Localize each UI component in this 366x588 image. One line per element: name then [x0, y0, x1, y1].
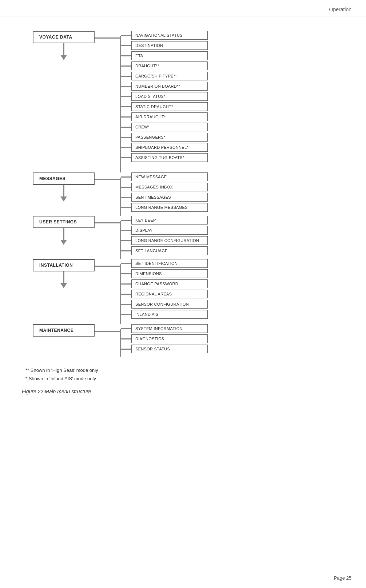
- sub-item-row: DESTINATION: [121, 41, 208, 50]
- sub-item-row: STATIC DRAUGHT*: [121, 102, 208, 111]
- sub-item-row: SENT MESSAGES: [121, 193, 208, 202]
- sub-item-row: KEY BEEP: [121, 216, 208, 225]
- footnote-2: * Shown in ‘Inland AIS’ mode only: [25, 376, 344, 381]
- sub-box-voyage-data-3: DRAUGHT**: [131, 61, 208, 70]
- section-user-settings: USER SETTINGSKEY BEEPDISPLAYLONG RANGE C…: [33, 216, 344, 259]
- footnote-1: ** Shown in ‘High Seas’ mode only: [25, 368, 344, 373]
- sub-item-row: NEW MESSAGE: [121, 172, 208, 181]
- sub-box-user-settings-1: DISPLAY: [131, 226, 208, 235]
- sub-box-installation-2: CHANGE PASSWORD: [131, 279, 208, 288]
- sub-box-installation-4: SENSOR CONFIGURATION: [131, 300, 208, 309]
- sub-box-voyage-data-11: SHIPBOARD PERSONNEL*: [131, 143, 208, 152]
- sub-item-row: SHIPBOARD PERSONNEL*: [121, 143, 208, 152]
- section-messages: MESSAGESNEW MESSAGEMESSAGES INBOXSENT ME…: [33, 172, 344, 216]
- sub-item-row: SENSOR STATUS: [121, 345, 208, 353]
- figure-caption: Figure 22 Main menu structure: [22, 389, 344, 394]
- sub-box-messages-2: SENT MESSAGES: [131, 193, 208, 202]
- sub-box-messages-1: MESSAGES INBOX: [131, 183, 208, 191]
- page-number: Page 25: [334, 575, 351, 581]
- sub-item-row: LOAD STATUS*: [121, 92, 208, 101]
- sub-box-voyage-data-0: NAVIGATIONAL STATUS: [131, 31, 208, 40]
- sub-item-row: DISPLAY: [121, 226, 208, 235]
- sub-box-user-settings-2: LONG RANGE CONFIGURATION: [131, 236, 208, 245]
- page-footer: Page 25: [334, 575, 351, 581]
- sub-box-voyage-data-5: NUMBER ON BOARD**: [131, 82, 208, 91]
- sub-box-maintenance-1: DIAGNOSTICS: [131, 334, 208, 343]
- sub-box-user-settings-0: KEY BEEP: [131, 216, 208, 225]
- sub-box-messages-0: NEW MESSAGE: [131, 172, 208, 181]
- sub-item-row: SET LANGUAGE: [121, 246, 208, 255]
- sub-item-row: SET IDENTIFICATION: [121, 259, 208, 268]
- section-maintenance: MAINTENANCESYSTEM INFORMATIONDIAGNOSTICS…: [33, 324, 344, 357]
- main-box-messages: MESSAGES: [33, 172, 95, 185]
- main-box-user-settings: USER SETTINGS: [33, 216, 95, 228]
- sub-box-voyage-data-12: ASSISTING TUG BOATS*: [131, 153, 208, 162]
- sub-box-voyage-data-10: PASSENGERS*: [131, 133, 208, 142]
- sub-box-voyage-data-8: AIR DRAUGHT*: [131, 112, 208, 121]
- sub-item-row: AIR DRAUGHT*: [121, 112, 208, 121]
- sub-box-installation-1: DIMENSIONS: [131, 269, 208, 278]
- sub-box-installation-3: REGIONAL AREAS: [131, 290, 208, 298]
- sub-item-row: SENSOR CONFIGURATION: [121, 300, 208, 309]
- sub-item-row: SYSTEM INFORMATION: [121, 324, 208, 333]
- sub-item-row: CREW*: [121, 123, 208, 131]
- sub-item-row: ASSISTING TUG BOATS*: [121, 153, 208, 162]
- sub-item-row: CARGO/SHIP TYPE**: [121, 72, 208, 80]
- sub-box-maintenance-0: SYSTEM INFORMATION: [131, 324, 208, 333]
- sub-item-row: REGIONAL AREAS: [121, 290, 208, 298]
- sub-box-voyage-data-2: ETA: [131, 51, 208, 60]
- sub-item-row: INLAND AIS: [121, 310, 208, 319]
- sub-box-voyage-data-6: LOAD STATUS*: [131, 92, 208, 101]
- sub-item-row: NUMBER ON BOARD**: [121, 82, 208, 91]
- sub-box-voyage-data-7: STATIC DRAUGHT*: [131, 102, 208, 111]
- main-box-installation: INSTALLATION: [33, 259, 95, 271]
- sub-item-row: DIAGNOSTICS: [121, 334, 208, 343]
- sub-box-installation-0: SET IDENTIFICATION: [131, 259, 208, 268]
- sub-item-row: CHANGE PASSWORD: [121, 279, 208, 288]
- main-box-maintenance: MAINTENANCE: [33, 324, 95, 337]
- sub-item-row: DRAUGHT**: [121, 61, 208, 70]
- sub-item-row: NAVIGATIONAL STATUS: [121, 31, 208, 40]
- header-title: Operation: [329, 7, 351, 12]
- sub-item-row: LONG RANGE CONFIGURATION: [121, 236, 208, 245]
- sub-item-row: DIMENSIONS: [121, 269, 208, 278]
- sub-box-maintenance-2: SENSOR STATUS: [131, 345, 208, 353]
- sub-item-row: LONG RANGE MESSAGES: [121, 203, 208, 212]
- section-installation: INSTALLATIONSET IDENTIFICATIONDIMENSIONS…: [33, 259, 344, 324]
- sub-box-user-settings-3: SET LANGUAGE: [131, 246, 208, 255]
- sub-item-row: PASSENGERS*: [121, 133, 208, 142]
- sub-box-voyage-data-4: CARGO/SHIP TYPE**: [131, 72, 208, 80]
- footnotes: ** Shown in ‘High Seas’ mode only * Show…: [22, 368, 344, 381]
- sub-box-voyage-data-9: CREW*: [131, 123, 208, 131]
- page-header: Operation: [0, 0, 366, 16]
- sub-box-voyage-data-1: DESTINATION: [131, 41, 208, 50]
- sub-box-messages-3: LONG RANGE MESSAGES: [131, 203, 208, 212]
- sub-item-row: MESSAGES INBOX: [121, 183, 208, 191]
- sub-box-installation-5: INLAND AIS: [131, 310, 208, 319]
- main-box-voyage-data: VOYAGE DATA: [33, 31, 95, 43]
- section-voyage-data: VOYAGE DATANAVIGATIONAL STATUSDESTINATIO…: [33, 31, 344, 172]
- sub-item-row: ETA: [121, 51, 208, 60]
